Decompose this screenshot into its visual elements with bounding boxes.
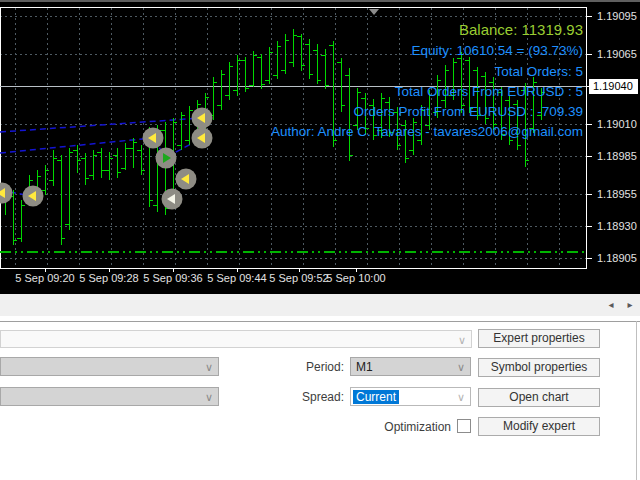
expert-advisor-dropdown[interactable]: ∨ [0,330,472,348]
trade-line [0,138,152,153]
spread-label: Spread: [250,390,344,404]
chevron-down-icon: ∨ [458,332,466,348]
order-marker-icon[interactable] [0,183,13,204]
price-tick-label: 1.18905 [597,252,640,264]
current-price-label: 1.19040 [589,79,638,94]
chevron-down-icon: ∨ [457,359,465,375]
panel-divider [0,321,640,322]
modify-expert-button[interactable]: Modify expert [478,417,600,436]
optimization-label: Optimization [331,420,451,434]
order-marker-icon[interactable] [143,128,164,149]
order-marker-icon[interactable] [176,169,197,190]
tester-settings-panel: ◂ ▸ ∨ ∨ ∨ Period: M1 ∨ Spread: Current ∨… [0,294,640,480]
open-chart-button[interactable]: Open chart [478,388,600,407]
period-dropdown[interactable]: M1 ∨ [350,357,471,376]
order-marker-icon[interactable] [162,189,183,210]
price-tick-label: 1.19010 [597,118,640,130]
time-tick-label: 5 Sep 10:00 [311,272,401,284]
chart-comment-line: Total Orders: 5 [494,64,583,83]
symbol-dropdown[interactable]: ∨ [0,357,219,376]
spread-dropdown[interactable]: Current ∨ [350,387,471,406]
price-tick-label: 1.18985 [597,150,640,162]
chevron-down-icon: ∨ [205,359,213,375]
chart-comment-line: Total Orders From EURUSD : 5 [395,84,583,103]
order-marker-icon[interactable] [192,108,213,129]
chevron-down-icon: ∨ [457,389,465,405]
model-dropdown[interactable]: ∨ [0,387,219,406]
optimization-checkbox[interactable] [457,419,471,433]
chart-comment-line: Orders Profit From EURUSD : -709.39 [353,104,583,123]
tab-scroll-strip: ◂ ▸ [0,294,640,316]
scroll-position-marker-icon [369,9,379,15]
price-tick-label: 1.19095 [597,10,640,22]
strategy-tester-window: 1.190951.190651.190101.189851.189551.189… [0,0,640,480]
symbol-properties-button[interactable]: Symbol properties [478,358,600,377]
spread-value-selected: Current [353,390,399,404]
period-value: M1 [351,358,373,375]
expert-advisor-value [1,341,6,342]
order-marker-icon[interactable] [23,186,44,207]
chart-comment-line: Equity: 10610.54 = (93.73%) [412,43,584,62]
chart-comment-line: Balance: 11319.93 [459,21,583,40]
period-label: Period: [250,360,344,374]
price-tick-label: 1.18955 [597,188,640,200]
chevron-down-icon: ∨ [205,389,213,405]
scroll-left-icon[interactable]: ◂ [604,298,618,312]
price-tick-label: 1.18930 [597,220,640,232]
order-marker-icon[interactable] [192,128,213,149]
price-tick-label: 1.19065 [597,48,640,60]
order-marker-icon[interactable] [156,148,177,169]
chart-comment-line: Author: Andre C. Tavares - tavares2006@g… [271,124,583,143]
scroll-right-icon[interactable]: ▸ [623,298,637,312]
panel-right-edge [636,321,637,480]
expert-properties-button[interactable]: Expert properties [478,329,600,348]
